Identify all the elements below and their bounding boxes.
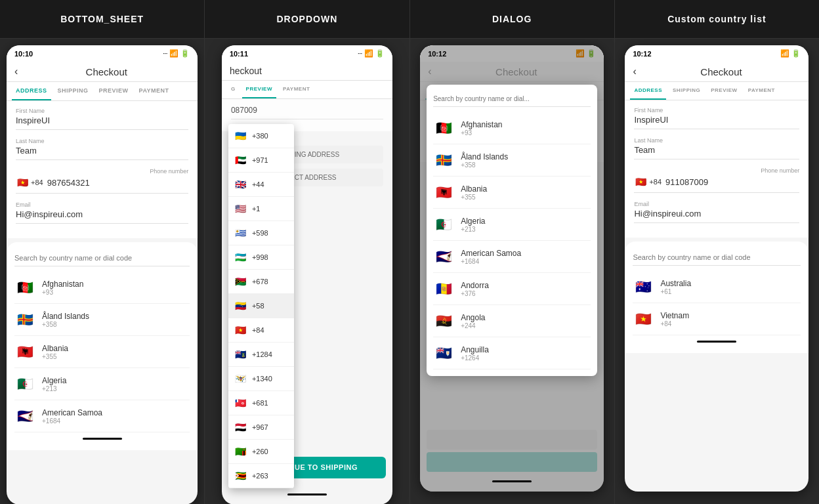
tab-g-2[interactable]: G	[227, 81, 240, 98]
list-item[interactable]: 🇦🇱 Albania +355	[14, 336, 190, 368]
panel1-header: BOTTOM_SHEET	[0, 0, 205, 38]
dropdown-item[interactable]: 🇺🇸 +1	[228, 197, 294, 221]
tab-preview-1[interactable]: PREVIEW	[95, 82, 133, 100]
battery-icon-1: 🔋	[180, 49, 190, 58]
dropdown-item[interactable]: 🇬🇧 +44	[228, 173, 294, 197]
list-item[interactable]: 🇩🇿 Algeria +213	[433, 209, 591, 241]
dropdown-item[interactable]: 🇾🇪 +967	[228, 415, 294, 440]
tab-payment-1[interactable]: PAYMENT	[135, 82, 173, 100]
page-title-2: heckout	[230, 66, 385, 76]
dropdown-item[interactable]: 🇺🇿 +998	[228, 245, 294, 270]
flag-icon-1: 🇻🇳	[16, 176, 29, 189]
phone-input-1[interactable]: 🇻🇳 +84 987654321	[16, 176, 188, 194]
country-code: +213	[461, 226, 591, 233]
flag-selector-1[interactable]: 🇻🇳 +84	[16, 176, 43, 189]
list-item[interactable]: 🇦🇽 Åland Islands +358	[14, 304, 190, 336]
email-label-4: Email	[634, 201, 799, 207]
phone-input-4[interactable]: 🇻🇳 +84 911087009	[634, 175, 799, 193]
dropdown-item[interactable]: 🇻🇺 +678	[228, 270, 294, 294]
dropdown-flag: 🇻🇪	[234, 299, 248, 313]
tab-payment-2[interactable]: PAYMENT	[279, 81, 314, 98]
dropdown-item[interactable]: 🇺🇾 +598	[228, 221, 294, 245]
flag-australia-c: 🇦🇺	[633, 276, 654, 297]
back-button-1[interactable]: ‹	[14, 66, 18, 77]
custom-sheet-4: 🇦🇺 Australia +61 🇻🇳 Vietnam +84	[625, 242, 808, 353]
bottom-indicator-1	[83, 438, 122, 440]
dropdown-flag: 🇿🇲	[234, 444, 248, 459]
country-code: +1684	[461, 258, 591, 265]
list-item[interactable]: 🇦🇩 Andorra +376	[433, 273, 591, 305]
search-input-4[interactable]	[633, 249, 801, 266]
back-button-4[interactable]: ‹	[633, 66, 636, 77]
status-bar-4: 10:12 📶 🔋	[625, 45, 808, 62]
page-title-4: Checkout	[642, 66, 801, 77]
list-item[interactable]: 🇦🇴 Angola +244	[433, 305, 591, 337]
dropdown-item[interactable]: 🇻🇳 +84	[228, 318, 294, 343]
dropdown-item[interactable]: 🇺🇦 +380	[228, 124, 294, 148]
first-name-value-1[interactable]: InspireUI	[16, 116, 188, 130]
country-info-albania: Albania +355	[42, 344, 190, 360]
dropdown-flag: 🇦🇪	[234, 153, 248, 167]
dropdown-item[interactable]: 🇿🇼 +263	[228, 464, 294, 488]
country-info-afghanistan: Afghanistan +93	[42, 280, 190, 296]
dial-code-4: +84	[649, 178, 662, 186]
list-item[interactable]: 🇦🇽 Åland Islands +358	[433, 144, 591, 177]
wifi-icon-1: 📶	[169, 49, 178, 58]
country-info-vietnam: Vietnam +84	[660, 311, 801, 327]
country-code: +61	[660, 288, 801, 295]
dropdown-item[interactable]: 🇻🇪 +58	[228, 294, 294, 318]
last-name-value-4[interactable]: Team	[634, 145, 799, 159]
dropdown-overlay: 🇺🇦 +380 🇦🇪 +971 🇬🇧 +44 🇺🇸 +1 🇺🇾	[228, 124, 294, 488]
list-item[interactable]: 🇦🇸 American Samoa +1684	[433, 241, 591, 273]
tab-preview-4[interactable]: PREVIEW	[707, 82, 741, 100]
flag-angola-d: 🇦🇴	[433, 310, 454, 331]
panel2-header: DROPDOWN	[205, 0, 410, 38]
search-input-1[interactable]	[14, 250, 190, 266]
panel-bottom-sheet: 10:10 ··· 📶 🔋 ‹ Checkout ADDRESS SHIPPIN…	[0, 39, 205, 504]
last-name-value-1[interactable]: Team	[16, 146, 188, 160]
list-item[interactable]: 🇦🇫 Afghanistan +93	[433, 112, 591, 144]
list-item[interactable]: 🇻🇳 Vietnam +84	[633, 303, 801, 335]
dropdown-flag: 🇿🇼	[234, 469, 248, 483]
tab-payment-4[interactable]: PAYMENT	[744, 82, 779, 100]
country-name: Albania	[461, 184, 591, 194]
phone-number-1[interactable]: 987654321	[47, 178, 90, 188]
flag-albania: 🇦🇱	[14, 341, 35, 362]
country-name: Albania	[42, 344, 190, 353]
dropdown-code: +678	[252, 278, 268, 285]
list-item[interactable]: 🇦🇸 American Samoa +1684	[14, 400, 190, 432]
country-code: +358	[42, 321, 190, 328]
tab-address-1[interactable]: ADDRESS	[12, 82, 51, 100]
dropdown-code: +998	[252, 253, 268, 261]
dropdown-item[interactable]: 🇿🇲 +260	[228, 440, 294, 464]
dropdown-item[interactable]: 🇼🇫 +681	[228, 391, 294, 415]
dropdown-item[interactable]: 🇻🇮 +1340	[228, 367, 294, 391]
tab-preview-2[interactable]: PREVIEW	[242, 81, 276, 98]
form-content-1: First Name InspireUI Last Name Team Phon…	[7, 101, 198, 238]
flag-selector-4[interactable]: 🇻🇳 +84	[634, 175, 662, 188]
email-value-4[interactable]: Hi@inspireui.com	[634, 209, 799, 223]
phone-mockup-2: 10:11 ··· 📶 🔋 heckout G PREVIEW PAYMENT	[222, 45, 392, 504]
list-item[interactable]: 🇦🇮 Anguilla +1264	[433, 337, 591, 369]
tab-shipping-4[interactable]: SHIPPING	[669, 82, 704, 100]
app-header-2: heckout	[222, 62, 392, 81]
first-name-value-4[interactable]: InspireUI	[634, 115, 799, 129]
tab-address-4[interactable]: ADDRESS	[630, 82, 666, 100]
dropdown-flag: 🇻🇮	[234, 371, 248, 386]
email-value-1[interactable]: Hi@inspireui.com	[16, 209, 188, 224]
dialog-search-input[interactable]	[433, 91, 591, 107]
list-item[interactable]: 🇩🇿 Algeria +213	[14, 368, 190, 400]
flag-aland-d: 🇦🇽	[433, 150, 454, 171]
tab-shipping-1[interactable]: SHIPPING	[54, 82, 93, 100]
dropdown-item[interactable]: 🇦🇪 +971	[228, 148, 294, 173]
phone-input-2[interactable]: 087009	[231, 106, 383, 119]
list-item[interactable]: 🇦🇺 Australia +61	[633, 271, 801, 303]
country-name: Vietnam	[660, 311, 801, 320]
dropdown-item[interactable]: 🇻🇬 +1284	[228, 343, 294, 367]
country-code: +355	[461, 194, 591, 201]
list-item[interactable]: 🇦🇱 Albania +355	[433, 177, 591, 209]
flag-icon-4: 🇻🇳	[634, 175, 647, 188]
country-info-d: Algeria +213	[461, 217, 591, 233]
phone-number-4[interactable]: 911087009	[665, 177, 708, 187]
list-item[interactable]: 🇦🇫 Afghanistan +93	[14, 272, 190, 304]
